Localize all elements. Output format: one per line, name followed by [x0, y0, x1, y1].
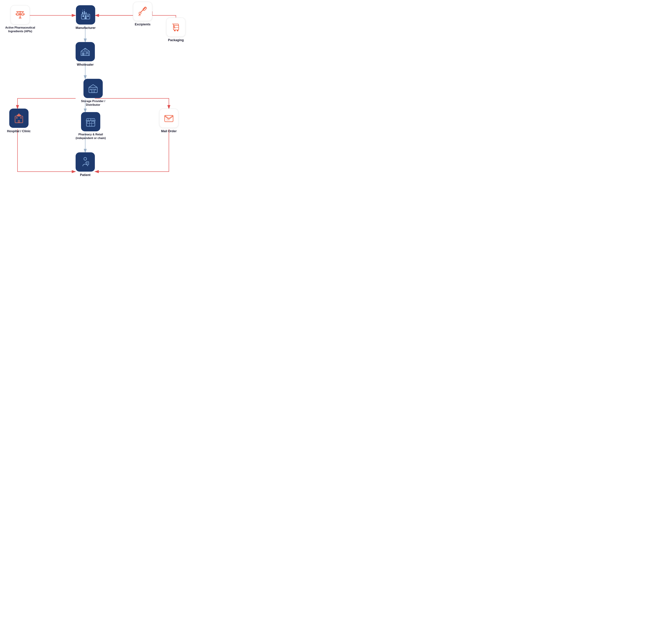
svg-rect-9 — [16, 11, 24, 12]
api-label: Active PharmaceuticalIngredients (APIs) — [5, 26, 35, 33]
svg-rect-19 — [82, 12, 83, 14]
svg-rect-14 — [19, 18, 22, 19]
storage-label: Storage Provider / Distributor — [76, 100, 111, 107]
svg-rect-59 — [87, 122, 89, 124]
storage-icon-box — [83, 79, 103, 98]
svg-rect-17 — [85, 15, 87, 17]
node-storage: Storage Provider / Distributor — [76, 79, 111, 107]
mailorder-label: Mail Order — [161, 129, 177, 133]
factory-icon — [80, 9, 91, 21]
packaging-label: Packaging — [168, 38, 184, 42]
hospital-icon-box — [9, 109, 29, 128]
svg-point-32 — [174, 30, 176, 31]
mailorder-icon-box — [159, 109, 179, 128]
scale-icon — [14, 9, 26, 21]
svg-rect-43 — [90, 89, 91, 90]
hospital-icon — [13, 113, 25, 124]
patient-icon-box — [76, 152, 95, 172]
warehouse-icon — [80, 46, 91, 57]
excipients-label: Excipients — [135, 23, 150, 27]
wholesaler-label: Wholesaler — [77, 63, 94, 67]
diagram-container: Active PharmaceuticalIngredients (APIs) — [0, 0, 192, 189]
svg-rect-44 — [95, 89, 96, 90]
packaging-icon — [170, 22, 182, 33]
api-icon-box — [10, 5, 30, 25]
manufacturer-icon-box — [76, 5, 95, 25]
svg-rect-36 — [82, 53, 84, 56]
packaging-icon-box — [166, 18, 186, 37]
svg-rect-16 — [82, 15, 84, 17]
pharmacy-icon: Rx — [85, 116, 96, 127]
svg-point-25 — [139, 12, 141, 14]
svg-line-31 — [178, 24, 179, 25]
node-hospital: Hospital / Clinic — [7, 109, 31, 133]
mail-icon — [163, 113, 175, 124]
patient-label: Patient — [80, 173, 90, 177]
excipients-icon-box — [133, 2, 152, 21]
svg-text:Rx: Rx — [90, 119, 92, 120]
node-excipients: Excipients — [133, 2, 152, 27]
svg-rect-48 — [17, 115, 21, 116]
node-api: Active PharmaceuticalIngredients (APIs) — [5, 5, 35, 33]
node-patient: Patient — [76, 152, 95, 177]
svg-line-26 — [139, 14, 140, 15]
svg-rect-20 — [84, 11, 85, 14]
svg-point-66 — [84, 158, 87, 160]
svg-rect-40 — [84, 49, 86, 51]
svg-rect-49 — [16, 117, 17, 118]
svg-rect-24 — [143, 7, 147, 11]
storage-icon — [87, 83, 99, 94]
pharmacy-icon-box: Rx — [81, 112, 100, 131]
svg-rect-39 — [86, 53, 88, 54]
node-packaging: Packaging — [166, 18, 186, 42]
wholesaler-icon-box — [76, 42, 95, 61]
svg-rect-61 — [89, 124, 92, 126]
svg-rect-60 — [92, 122, 94, 124]
node-mailorder: Mail Order — [159, 109, 179, 133]
svg-rect-18 — [87, 15, 89, 17]
node-manufacturer: Manufacturer — [76, 5, 96, 30]
svg-point-33 — [177, 30, 178, 31]
svg-rect-22 — [84, 17, 87, 19]
svg-line-56 — [88, 118, 88, 120]
patient-icon — [80, 157, 91, 168]
hospital-label: Hospital / Clinic — [7, 129, 31, 133]
syringe-icon — [137, 6, 148, 17]
svg-line-58 — [93, 118, 94, 120]
manufacturer-label: Manufacturer — [76, 26, 96, 30]
node-pharmacy: Rx Pharmacy & Retail(independent or chai… — [76, 112, 106, 140]
svg-rect-21 — [85, 12, 86, 14]
pharmacy-label: Pharmacy & Retail(independent or chain) — [76, 133, 106, 140]
node-wholesaler: Wholesaler — [76, 42, 95, 67]
svg-rect-50 — [20, 117, 22, 118]
